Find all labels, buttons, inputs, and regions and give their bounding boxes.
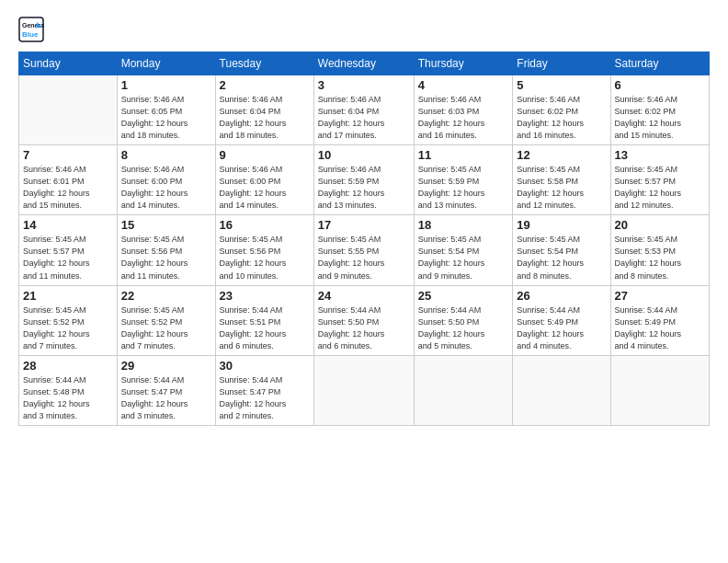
cell-day-number: 23: [220, 289, 310, 303]
cell-info: Sunrise: 5:45 AM Sunset: 5:54 PM Dayligh…: [517, 234, 606, 282]
cell-day-number: 6: [615, 78, 706, 92]
cell-day-number: 10: [318, 148, 410, 162]
calendar-cell: 4Sunrise: 5:46 AM Sunset: 6:03 PM Daylig…: [414, 75, 513, 145]
cell-day-number: 26: [517, 289, 606, 303]
week-row-5: 28Sunrise: 5:44 AM Sunset: 5:48 PM Dayli…: [19, 355, 710, 425]
cell-info: Sunrise: 5:46 AM Sunset: 6:02 PM Dayligh…: [615, 94, 706, 142]
cell-info: Sunrise: 5:45 AM Sunset: 5:52 PM Dayligh…: [121, 304, 211, 352]
calendar-cell: [513, 355, 610, 425]
cell-info: Sunrise: 5:46 AM Sunset: 6:03 PM Dayligh…: [418, 94, 509, 142]
header-sunday: Sunday: [19, 52, 118, 75]
calendar-cell: 3Sunrise: 5:46 AM Sunset: 6:04 PM Daylig…: [313, 75, 414, 145]
cell-day-number: 16: [220, 218, 310, 232]
cell-day-number: 17: [318, 218, 410, 232]
cell-day-number: 27: [615, 289, 706, 303]
calendar-cell: [313, 355, 414, 425]
calendar-cell: 28Sunrise: 5:44 AM Sunset: 5:48 PM Dayli…: [19, 355, 118, 425]
cell-info: Sunrise: 5:45 AM Sunset: 5:53 PM Dayligh…: [615, 234, 706, 282]
cell-info: Sunrise: 5:45 AM Sunset: 5:57 PM Dayligh…: [23, 234, 113, 282]
cell-info: Sunrise: 5:46 AM Sunset: 6:00 PM Dayligh…: [220, 164, 310, 212]
calendar-cell: 23Sunrise: 5:44 AM Sunset: 5:51 PM Dayli…: [215, 285, 313, 355]
calendar-header-row: SundayMondayTuesdayWednesdayThursdayFrid…: [19, 52, 710, 75]
cell-info: Sunrise: 5:44 AM Sunset: 5:47 PM Dayligh…: [121, 374, 211, 422]
cell-day-number: 13: [615, 148, 706, 162]
calendar: SundayMondayTuesdayWednesdayThursdayFrid…: [18, 52, 710, 426]
header-wednesday: Wednesday: [313, 52, 414, 75]
cell-info: Sunrise: 5:45 AM Sunset: 5:55 PM Dayligh…: [318, 234, 410, 282]
calendar-cell: 6Sunrise: 5:46 AM Sunset: 6:02 PM Daylig…: [610, 75, 710, 145]
cell-day-number: 21: [23, 289, 113, 303]
cell-day-number: 3: [318, 78, 410, 92]
calendar-cell: 25Sunrise: 5:44 AM Sunset: 5:50 PM Dayli…: [414, 285, 513, 355]
header-monday: Monday: [117, 52, 215, 75]
calendar-cell: 13Sunrise: 5:45 AM Sunset: 5:57 PM Dayli…: [610, 145, 710, 215]
cell-info: Sunrise: 5:44 AM Sunset: 5:48 PM Dayligh…: [23, 374, 113, 422]
calendar-cell: 14Sunrise: 5:45 AM Sunset: 5:57 PM Dayli…: [19, 215, 118, 285]
cell-day-number: 15: [121, 218, 211, 232]
calendar-cell: 5Sunrise: 5:46 AM Sunset: 6:02 PM Daylig…: [513, 75, 610, 145]
header-friday: Friday: [513, 52, 610, 75]
cell-info: Sunrise: 5:44 AM Sunset: 5:49 PM Dayligh…: [615, 304, 706, 352]
calendar-cell: 17Sunrise: 5:45 AM Sunset: 5:55 PM Dayli…: [313, 215, 414, 285]
calendar-cell: 21Sunrise: 5:45 AM Sunset: 5:52 PM Dayli…: [19, 285, 118, 355]
cell-info: Sunrise: 5:45 AM Sunset: 5:59 PM Dayligh…: [418, 164, 509, 212]
calendar-cell: 1Sunrise: 5:46 AM Sunset: 6:05 PM Daylig…: [117, 75, 215, 145]
calendar-cell: 20Sunrise: 5:45 AM Sunset: 5:53 PM Dayli…: [610, 215, 710, 285]
cell-day-number: 28: [23, 359, 113, 373]
cell-day-number: 2: [220, 78, 310, 92]
cell-info: Sunrise: 5:46 AM Sunset: 6:02 PM Dayligh…: [517, 94, 606, 142]
calendar-cell: 24Sunrise: 5:44 AM Sunset: 5:50 PM Dayli…: [313, 285, 414, 355]
cell-info: Sunrise: 5:45 AM Sunset: 5:57 PM Dayligh…: [615, 164, 706, 212]
header-saturday: Saturday: [610, 52, 710, 75]
cell-info: Sunrise: 5:44 AM Sunset: 5:51 PM Dayligh…: [220, 304, 310, 352]
calendar-cell: 9Sunrise: 5:46 AM Sunset: 6:00 PM Daylig…: [215, 145, 313, 215]
calendar-cell: 16Sunrise: 5:45 AM Sunset: 5:56 PM Dayli…: [215, 215, 313, 285]
cell-day-number: 30: [220, 359, 310, 373]
week-row-4: 21Sunrise: 5:45 AM Sunset: 5:52 PM Dayli…: [19, 285, 710, 355]
cell-info: Sunrise: 5:46 AM Sunset: 5:59 PM Dayligh…: [318, 164, 410, 212]
calendar-cell: 30Sunrise: 5:44 AM Sunset: 5:47 PM Dayli…: [215, 355, 313, 425]
cell-info: Sunrise: 5:45 AM Sunset: 5:56 PM Dayligh…: [121, 234, 211, 282]
cell-info: Sunrise: 5:45 AM Sunset: 5:58 PM Dayligh…: [517, 164, 606, 212]
cell-day-number: 4: [418, 78, 509, 92]
calendar-cell: [414, 355, 513, 425]
cell-info: Sunrise: 5:46 AM Sunset: 6:04 PM Dayligh…: [318, 94, 410, 142]
calendar-cell: 19Sunrise: 5:45 AM Sunset: 5:54 PM Dayli…: [513, 215, 610, 285]
calendar-cell: 10Sunrise: 5:46 AM Sunset: 5:59 PM Dayli…: [313, 145, 414, 215]
svg-text:Blue: Blue: [22, 30, 39, 39]
cell-info: Sunrise: 5:46 AM Sunset: 6:01 PM Dayligh…: [23, 164, 113, 212]
cell-day-number: 18: [418, 218, 509, 232]
calendar-cell: [19, 75, 118, 145]
cell-day-number: 9: [220, 148, 310, 162]
calendar-cell: 15Sunrise: 5:45 AM Sunset: 5:56 PM Dayli…: [117, 215, 215, 285]
cell-info: Sunrise: 5:44 AM Sunset: 5:49 PM Dayligh…: [517, 304, 606, 352]
cell-info: Sunrise: 5:46 AM Sunset: 6:04 PM Dayligh…: [220, 94, 310, 142]
cell-day-number: 7: [23, 148, 113, 162]
cell-info: Sunrise: 5:44 AM Sunset: 5:47 PM Dayligh…: [220, 374, 310, 422]
header-tuesday: Tuesday: [215, 52, 313, 75]
cell-info: Sunrise: 5:44 AM Sunset: 5:50 PM Dayligh…: [318, 304, 410, 352]
logo: General Blue: [18, 17, 48, 42]
cell-day-number: 5: [517, 78, 606, 92]
calendar-cell: 26Sunrise: 5:44 AM Sunset: 5:49 PM Dayli…: [513, 285, 610, 355]
cell-day-number: 20: [615, 218, 706, 232]
cell-info: Sunrise: 5:45 AM Sunset: 5:56 PM Dayligh…: [220, 234, 310, 282]
cell-info: Sunrise: 5:46 AM Sunset: 6:00 PM Dayligh…: [121, 164, 211, 212]
calendar-cell: 27Sunrise: 5:44 AM Sunset: 5:49 PM Dayli…: [610, 285, 710, 355]
cell-day-number: 29: [121, 359, 211, 373]
calendar-cell: 11Sunrise: 5:45 AM Sunset: 5:59 PM Dayli…: [414, 145, 513, 215]
week-row-3: 14Sunrise: 5:45 AM Sunset: 5:57 PM Dayli…: [19, 215, 710, 285]
week-row-2: 7Sunrise: 5:46 AM Sunset: 6:01 PM Daylig…: [19, 145, 710, 215]
cell-day-number: 19: [517, 218, 606, 232]
calendar-cell: 7Sunrise: 5:46 AM Sunset: 6:01 PM Daylig…: [19, 145, 118, 215]
calendar-cell: [610, 355, 710, 425]
cell-day-number: 25: [418, 289, 509, 303]
calendar-cell: 29Sunrise: 5:44 AM Sunset: 5:47 PM Dayli…: [117, 355, 215, 425]
cell-info: Sunrise: 5:44 AM Sunset: 5:50 PM Dayligh…: [418, 304, 509, 352]
cell-day-number: 8: [121, 148, 211, 162]
calendar-cell: 2Sunrise: 5:46 AM Sunset: 6:04 PM Daylig…: [215, 75, 313, 145]
cell-info: Sunrise: 5:45 AM Sunset: 5:52 PM Dayligh…: [23, 304, 113, 352]
cell-day-number: 14: [23, 218, 113, 232]
cell-day-number: 1: [121, 78, 211, 92]
cell-day-number: 24: [318, 289, 410, 303]
